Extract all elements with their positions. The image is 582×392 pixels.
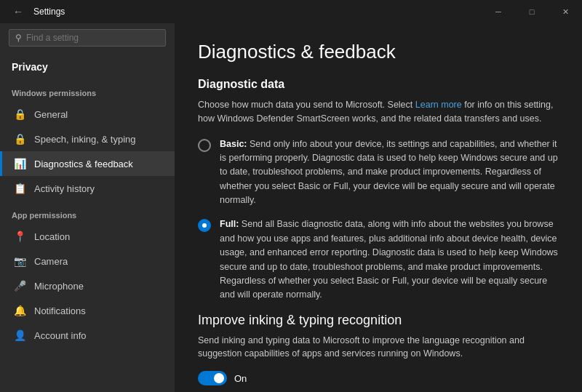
diagnostics-icon: 📊 xyxy=(14,158,25,169)
privacy-section-label: Privacy xyxy=(0,52,175,79)
radio-full-circle[interactable] xyxy=(198,219,211,232)
sidebar-item-label: General xyxy=(34,109,68,120)
radio-full-option[interactable]: Full: Send all Basic diagnostic data, al… xyxy=(198,217,559,302)
sidebar-item-general[interactable]: 🔒 General xyxy=(0,102,175,127)
toggle-row: On xyxy=(198,371,559,385)
sidebar-item-label: Speech, inking, & typing xyxy=(34,134,135,145)
sidebar-item-account[interactable]: 👤 Account info xyxy=(0,323,175,348)
titlebar: ← Settings ─ □ ✕ xyxy=(0,0,582,23)
camera-icon: 📷 xyxy=(14,255,25,267)
minimize-button[interactable]: ─ xyxy=(482,0,515,23)
sidebar-item-microphone[interactable]: 🎤 Microphone xyxy=(0,273,175,298)
app-permissions-label: App permissions xyxy=(0,201,175,224)
sidebar-item-label: Location xyxy=(34,231,70,242)
close-button[interactable]: ✕ xyxy=(549,0,582,23)
sidebar-item-speech[interactable]: 🔒 Speech, inking, & typing xyxy=(0,127,175,151)
diagnostic-description: Choose how much data you send to Microso… xyxy=(198,98,559,126)
sidebar: ⚲ Privacy Windows permissions 🔒 General … xyxy=(0,23,175,392)
titlebar-title: Settings xyxy=(33,7,65,17)
radio-basic-text: Basic: Send only info about your device,… xyxy=(220,137,559,208)
sidebar-item-label: Account info xyxy=(34,330,87,341)
account-icon: 👤 xyxy=(14,329,25,341)
sidebar-item-label: Notifications xyxy=(34,305,86,316)
microphone-icon: 🎤 xyxy=(14,280,25,292)
improve-description: Send inking and typing data to Microsoft… xyxy=(198,334,559,361)
radio-basic-option[interactable]: Basic: Send only info about your device,… xyxy=(198,137,559,208)
speech-icon: 🔒 xyxy=(14,133,25,145)
sidebar-item-label: Diagnostics & feedback xyxy=(34,159,133,169)
search-input[interactable] xyxy=(26,33,159,43)
titlebar-left: ← Settings xyxy=(9,3,65,20)
page-title: Diagnostics & feedback xyxy=(198,41,559,63)
toggle-switch[interactable] xyxy=(198,371,227,385)
sidebar-item-label: Activity history xyxy=(34,183,95,194)
sidebar-item-camera[interactable]: 📷 Camera xyxy=(0,249,175,273)
titlebar-controls: ─ □ ✕ xyxy=(482,0,582,23)
radio-full-text: Full: Send all Basic diagnostic data, al… xyxy=(220,217,559,302)
sidebar-item-label: Camera xyxy=(34,256,68,267)
activity-icon: 📋 xyxy=(14,183,25,194)
app-layout: ⚲ Privacy Windows permissions 🔒 General … xyxy=(0,23,582,392)
windows-permissions-label: Windows permissions xyxy=(0,79,175,102)
sidebar-item-activity[interactable]: 📋 Activity history xyxy=(0,176,175,201)
diagnostic-section-title: Diagnostic data xyxy=(198,78,559,91)
notifications-icon: 🔔 xyxy=(14,305,25,316)
improve-section-title: Improve inking & typing recognition xyxy=(198,313,559,328)
maximize-button[interactable]: □ xyxy=(515,0,549,23)
learn-more-link[interactable]: Learn more xyxy=(415,100,462,110)
sidebar-item-location[interactable]: 📍 Location xyxy=(0,224,175,249)
toggle-thumb xyxy=(214,373,224,383)
search-icon: ⚲ xyxy=(15,33,22,43)
improve-section: Improve inking & typing recognition Send… xyxy=(198,313,559,386)
toggle-label: On xyxy=(234,373,247,384)
back-button[interactable]: ← xyxy=(9,3,28,20)
search-box[interactable]: ⚲ xyxy=(9,29,166,47)
location-icon: 📍 xyxy=(14,231,25,242)
sidebar-item-diagnostics[interactable]: 📊 Diagnostics & feedback xyxy=(0,151,175,176)
sidebar-item-notifications[interactable]: 🔔 Notifications xyxy=(0,298,175,323)
sidebar-item-label: Microphone xyxy=(34,281,84,292)
radio-basic-circle[interactable] xyxy=(198,139,211,152)
content-area: Diagnostics & feedback Diagnostic data C… xyxy=(175,23,582,392)
general-icon: 🔒 xyxy=(14,108,25,120)
